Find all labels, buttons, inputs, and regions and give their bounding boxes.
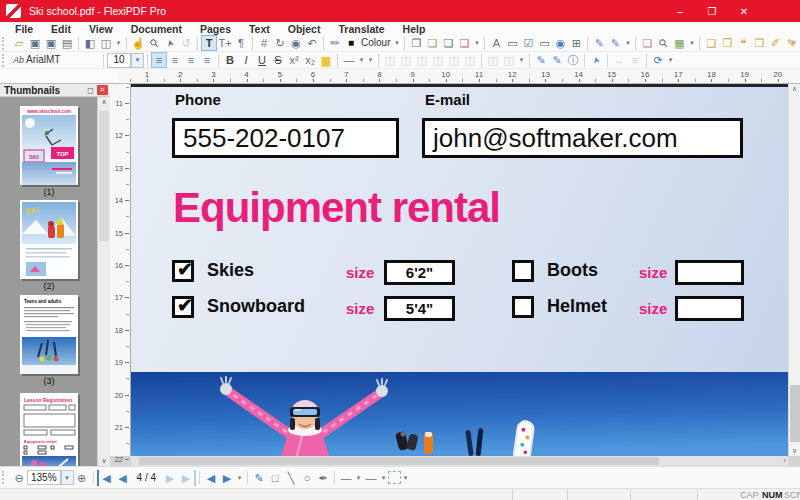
stamp-icon[interactable]: ❐ [751, 35, 767, 51]
thumbnail-page-1[interactable]: www.skischool.com TOP SKI [20, 106, 78, 185]
close-button[interactable]: ✕ [728, 0, 760, 22]
save-icon[interactable]: ▣ [27, 35, 43, 51]
snapshot-icon[interactable]: ◉ [288, 35, 304, 51]
rotate-object-icon[interactable]: ↻ [272, 35, 288, 51]
edit-form-icon[interactable]: ✎ [591, 35, 607, 51]
form-caret[interactable]: ▾ [623, 35, 632, 51]
save-as-icon[interactable]: ▣ [43, 35, 59, 51]
form-checkbox-icon[interactable]: ☑ [520, 35, 536, 51]
align-objects-middle-icon[interactable]: ◫ [446, 52, 462, 68]
line-tool-icon[interactable]: ╲ [283, 470, 299, 486]
thumbnail-page-2[interactable]: SKI [20, 200, 78, 279]
edit-object-icon[interactable]: ✎ [533, 52, 549, 68]
distribute-h-icon[interactable]: ◫ [485, 52, 501, 68]
italic-icon[interactable]: I [238, 52, 254, 68]
align-left-icon[interactable]: ≡ [151, 52, 167, 68]
translate-sync-icon[interactable]: ⟳ [650, 52, 666, 68]
pin-icon[interactable]: ◻ [87, 86, 94, 95]
arrange-caret[interactable]: ▾ [517, 52, 526, 68]
scroll-down-icon[interactable]: ∨ [98, 457, 110, 465]
rectangle-tool-icon[interactable]: □ [267, 470, 283, 486]
distribute-v-icon[interactable]: ◫ [501, 52, 517, 68]
flip-icon[interactable]: ↔ [611, 52, 627, 68]
maximize-button[interactable]: ❐ [696, 0, 728, 22]
minimize-button[interactable]: – [664, 0, 696, 22]
horizontal-scrollbar[interactable]: › [131, 456, 788, 466]
single-page-view-icon[interactable]: ◧ [82, 35, 98, 51]
pencil-tool-icon[interactable]: ✎ [251, 470, 267, 486]
ellipse-tool-icon[interactable]: ○ [299, 470, 315, 486]
text-tool-icon[interactable]: ¶ [233, 35, 249, 51]
align-objects-top-icon[interactable]: ◫ [430, 52, 446, 68]
align-objects-bottom-icon[interactable]: ◫ [462, 52, 478, 68]
stroke-width-caret[interactable]: ▾ [379, 470, 388, 486]
form-field-icon[interactable]: ▭ [536, 35, 552, 51]
crop-icon[interactable]: # [256, 35, 272, 51]
toolbar-overflow-icon[interactable]: » [791, 37, 796, 47]
nav-back-icon[interactable]: ◀ [203, 470, 219, 486]
menu-text[interactable]: Text [240, 23, 279, 35]
skies-checkbox[interactable]: ✔ [172, 260, 194, 282]
text-note-icon[interactable]: ❒ [719, 35, 735, 51]
delete-page-icon[interactable]: ❏ [456, 35, 472, 51]
scroll-down-icon[interactable]: ∨ [789, 447, 800, 455]
scrollbar-thumb[interactable] [790, 385, 800, 442]
extract-page-icon[interactable]: ❐ [408, 35, 424, 51]
vertical-scrollbar[interactable]: ∧ ∨ [788, 84, 800, 456]
scroll-up-icon[interactable]: ∧ [789, 85, 800, 93]
zoom-caret[interactable]: ▾ [61, 470, 74, 485]
menu-view[interactable]: View [80, 23, 122, 35]
translate-caret[interactable]: ▾ [666, 52, 675, 68]
print-icon[interactable]: ▤ [59, 35, 75, 51]
zoom-in-icon[interactable]: ⊕ [74, 470, 90, 486]
open-file-icon[interactable]: ▱ [11, 35, 27, 51]
edit-text-icon[interactable]: T [201, 35, 217, 51]
nav-forward-icon[interactable]: ▶ [219, 470, 235, 486]
stroke-style-icon[interactable]: — [338, 470, 354, 486]
object-properties-icon[interactable]: ✎ [549, 52, 565, 68]
more-format-caret[interactable]: ▾ [366, 52, 375, 68]
highlight-colour-icon[interactable]: ▆ [318, 52, 334, 68]
menu-pages[interactable]: Pages [191, 23, 240, 35]
pen-tool-icon[interactable]: ✒ [315, 470, 331, 486]
line-style-icon[interactable]: — [341, 52, 357, 68]
form-radio-icon[interactable]: ◉ [552, 35, 568, 51]
font-style-icon[interactable]: Ab [11, 52, 26, 68]
zoom-level-value[interactable]: 135% [27, 470, 61, 485]
line-style-caret[interactable]: ▾ [357, 52, 366, 68]
bold-icon[interactable]: B [222, 52, 238, 68]
last-page-icon[interactable]: ▶ [178, 470, 196, 486]
add-text-icon[interactable]: T+ [217, 35, 233, 51]
align-objects-left-icon[interactable]: ◫ [382, 52, 398, 68]
pages-caret[interactable]: ▾ [472, 35, 481, 51]
form-properties-icon[interactable]: ✎ [607, 35, 623, 51]
menu-object[interactable]: Object [279, 23, 330, 35]
rotate-view-icon[interactable]: ↺ [178, 35, 194, 51]
form-button-icon[interactable]: ▭ [504, 35, 520, 51]
phone-field[interactable]: 555-202-0107 [172, 118, 399, 158]
strikethrough-icon[interactable]: S [270, 52, 286, 68]
facing-pages-view-icon[interactable]: ◫ [98, 35, 114, 51]
email-field[interactable]: john@softmaker.com [422, 118, 743, 158]
subscript-icon[interactable]: x₂ [302, 52, 318, 68]
edit-page-icon[interactable]: ❏ [440, 35, 456, 51]
thumbnails-scrollbar[interactable]: ∧ ∨ [97, 97, 110, 466]
stroke-width-icon[interactable]: — [363, 470, 379, 486]
pointer-icon[interactable]: ➤ [586, 52, 606, 69]
zoom-out-icon[interactable]: ⊖ [11, 470, 27, 486]
menu-document[interactable]: Document [122, 23, 191, 35]
colour-caret[interactable]: ▾ [392, 35, 401, 51]
boots-size-field[interactable] [675, 260, 744, 285]
snowboard-checkbox[interactable]: ✔ [172, 296, 194, 318]
scrollbar-thumb[interactable] [99, 111, 109, 241]
view-menu-caret[interactable]: ▾ [114, 35, 123, 51]
menu-file[interactable]: File [6, 23, 42, 35]
object-info-icon[interactable]: ⓘ [565, 52, 581, 68]
layers-icon[interactable]: ≡ [627, 52, 643, 68]
select-frame-icon[interactable] [388, 471, 401, 484]
media-caret[interactable]: ▾ [687, 35, 696, 51]
thumbnail-page-3[interactable]: Teens and adults [20, 295, 78, 374]
thumbnail-page-4[interactable]: Lesson Registration Equipment rental [20, 393, 78, 466]
next-page-icon[interactable]: ▶ [162, 470, 178, 486]
select-tool-icon[interactable]: ➤ [160, 35, 180, 52]
